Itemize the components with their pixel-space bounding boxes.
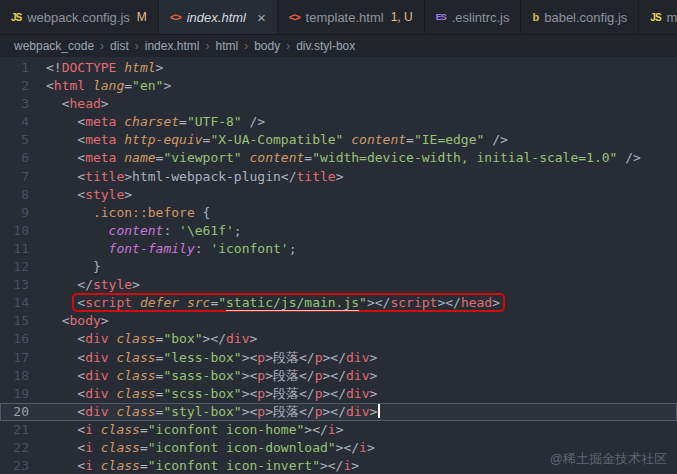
tab-template.html[interactable]: <>template.html1, U — [278, 0, 425, 34]
line-number[interactable]: 21 — [0, 421, 46, 439]
line-number[interactable]: 15 — [0, 312, 46, 330]
line-number[interactable]: 4 — [0, 113, 46, 131]
code-token: style — [93, 277, 132, 292]
tab-main.js[interactable]: JSmain.js — [639, 0, 677, 34]
line-number[interactable]: 5 — [0, 131, 46, 149]
code-token: "iconfont icon-download" — [148, 440, 336, 455]
line-number[interactable]: 1 — [0, 59, 46, 77]
tab-label: main.js — [667, 10, 677, 25]
code-line-4[interactable]: 4 <meta charset="UTF-8" /> — [0, 113, 677, 131]
code-token: ; — [234, 223, 242, 238]
line-number[interactable]: 17 — [0, 349, 46, 367]
git-status-badge: M — [137, 10, 147, 24]
code-token: div — [346, 404, 369, 419]
code-line-12[interactable]: 12 } — [0, 258, 677, 276]
code-token: < — [46, 78, 54, 93]
code-token: class — [101, 458, 140, 473]
code-token: DOCTYPE — [62, 60, 117, 75]
code-line-2[interactable]: 2<html lang="en"> — [0, 77, 677, 95]
code-line-10[interactable]: 10 content: '\e61f'; — [0, 222, 677, 240]
line-number[interactable]: 11 — [0, 240, 46, 258]
code-token: </ — [299, 368, 315, 383]
code-token: < — [46, 422, 85, 437]
code-line-20[interactable]: 20 <div class="styl-box"><p>段落</p></div> — [0, 403, 677, 421]
code-token: { — [195, 205, 211, 220]
line-number[interactable]: 12 — [0, 258, 46, 276]
tab-webpack.config.js[interactable]: JSwebpack.config.jsM — [0, 0, 159, 34]
tab-.eslintrc.js[interactable]: ES.eslintrc.js — [425, 0, 522, 34]
code-token: meta — [85, 150, 116, 165]
line-number[interactable]: 20 — [0, 403, 46, 421]
code-token: " — [218, 295, 226, 310]
line-number[interactable]: 16 — [0, 330, 46, 348]
tab-babel.config.js[interactable]: bbabel.config.js — [521, 0, 639, 34]
code-token: > — [369, 386, 377, 401]
code-line-15[interactable]: 15 <body> — [0, 312, 677, 330]
code-token: lang — [93, 78, 124, 93]
breadcrumb-item-index.html[interactable]: index.html — [145, 39, 200, 53]
code-token: <! — [46, 60, 62, 75]
vscode-window: JSwebpack.config.jsM<>index.html×<>templ… — [0, 0, 677, 474]
line-number[interactable]: 18 — [0, 367, 46, 385]
code-token: > — [124, 187, 132, 202]
code-token: ></ — [323, 386, 346, 401]
code-token: body — [69, 313, 100, 328]
line-number[interactable]: 10 — [0, 222, 46, 240]
breadcrumb-separator: › — [100, 39, 104, 53]
code-token: 段落 — [273, 368, 299, 383]
line-number[interactable]: 14 — [0, 294, 46, 312]
code-line-17[interactable]: 17 <div class="less-box"><p>段落</p></div> — [0, 349, 677, 367]
breadcrumb-item-webpack_code[interactable]: webpack_code — [14, 39, 94, 53]
code-token: ></ — [323, 350, 346, 365]
code-token: class — [116, 386, 155, 401]
code-line-11[interactable]: 11 font-family: 'iconfont'; — [0, 240, 677, 258]
breadcrumb-item-div.styl-box[interactable]: div.styl-box — [296, 39, 355, 53]
code-token: meta — [85, 132, 116, 147]
line-number[interactable]: 7 — [0, 168, 46, 186]
line-number[interactable]: 8 — [0, 186, 46, 204]
close-icon[interactable]: × — [257, 10, 266, 25]
code-line-9[interactable]: 9 .icon::before { — [0, 204, 677, 222]
code-token: div — [346, 350, 369, 365]
breadcrumb-item-html[interactable]: html — [215, 39, 238, 53]
code-token: < — [46, 458, 85, 473]
code-line-21[interactable]: 21 <i class="iconfont icon-home"></i> — [0, 421, 677, 439]
text-cursor — [378, 404, 380, 418]
code-line-19[interactable]: 19 <div class="scss-box"><p>段落</p></div> — [0, 385, 677, 403]
line-number[interactable]: 2 — [0, 77, 46, 95]
line-number[interactable]: 22 — [0, 439, 46, 457]
code-line-8[interactable]: 8 <style> — [0, 186, 677, 204]
line-number[interactable]: 19 — [0, 385, 46, 403]
code-line-16[interactable]: 16 <div class="box"></div> — [0, 330, 677, 348]
code-token: > — [369, 368, 377, 383]
code-token: html — [54, 78, 85, 93]
line-number[interactable]: 6 — [0, 149, 46, 167]
code-token — [93, 440, 101, 455]
code-line-3[interactable]: 3 <head> — [0, 95, 677, 113]
code-token: </ — [299, 404, 315, 419]
code-line-5[interactable]: 5 <meta http-equiv="X-UA-Compatible" con… — [0, 131, 677, 149]
code-token: = — [406, 132, 414, 147]
line-number[interactable]: 13 — [0, 276, 46, 294]
code-token: "scss-box" — [163, 386, 241, 401]
breadcrumb-item-dist[interactable]: dist — [110, 39, 129, 53]
code-token: style — [85, 187, 124, 202]
code-line-13[interactable]: 13 </style> — [0, 276, 677, 294]
breadcrumb-item-body[interactable]: body — [254, 39, 280, 53]
tab-label: babel.config.js — [544, 10, 627, 25]
code-token: < — [46, 114, 85, 129]
code-line-6[interactable]: 6 <meta name="viewport" content="width=d… — [0, 149, 677, 167]
tab-index.html[interactable]: <>index.html× — [159, 0, 278, 34]
code-line-18[interactable]: 18 <div class="sass-box"><p>段落</p></div> — [0, 367, 677, 385]
line-number[interactable]: 3 — [0, 95, 46, 113]
script-src-link[interactable]: static/js/main.js — [226, 295, 359, 311]
line-number[interactable]: 23 — [0, 457, 46, 474]
code-line-7[interactable]: 7 <title>html-webpack-plugin</title> — [0, 168, 677, 186]
code-token: div — [85, 368, 108, 383]
code-line-14[interactable]: 14 <script defer src="static/js/main.js"… — [0, 294, 677, 312]
code-token: > — [163, 78, 171, 93]
line-number[interactable]: 9 — [0, 204, 46, 222]
code-token: "box" — [163, 331, 202, 346]
git-status-badge: 1, U — [391, 10, 413, 24]
code-line-1[interactable]: 1<!DOCTYPE html> — [0, 59, 677, 77]
